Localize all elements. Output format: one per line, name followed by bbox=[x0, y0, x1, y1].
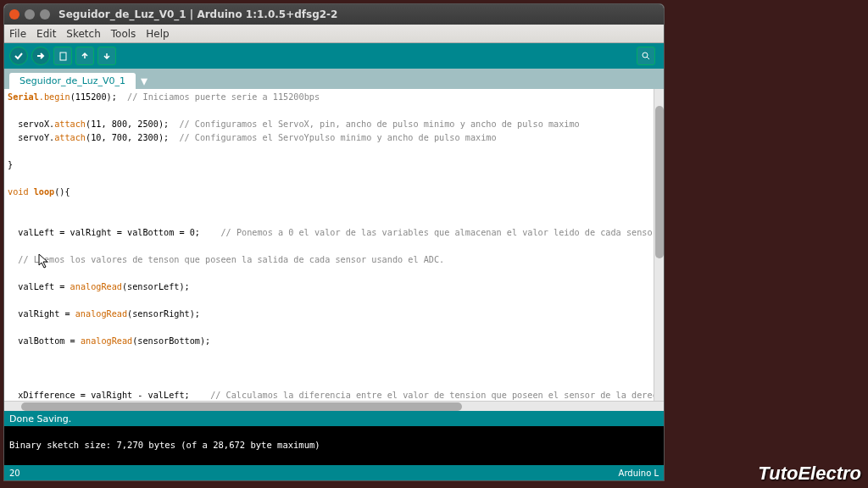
code-token bbox=[8, 255, 18, 264]
code-token: attach bbox=[54, 119, 86, 129]
minimize-icon[interactable] bbox=[25, 9, 35, 19]
code-token: attach bbox=[54, 133, 86, 142]
verify-button[interactable] bbox=[9, 47, 28, 65]
code-comment: // Calculamos la diferencia entre el val… bbox=[210, 391, 654, 400]
code-comment: // Ponemos a 0 el valor de las variables… bbox=[220, 228, 654, 237]
code-token: (sensorBottom); bbox=[132, 336, 210, 346]
line-number: 20 bbox=[9, 469, 20, 478]
code-keyword: loop bbox=[29, 187, 55, 197]
code-comment: // Configuramos el ServoYpulso minimo y … bbox=[179, 133, 496, 142]
menu-file[interactable]: File bbox=[9, 28, 26, 40]
window-controls bbox=[9, 9, 50, 19]
footer-bar: 20 Arduino L bbox=[4, 465, 664, 480]
tab-menu-icon[interactable]: ▾ bbox=[136, 73, 153, 89]
code-token: servoX. bbox=[8, 119, 54, 129]
toolbar bbox=[4, 43, 664, 69]
watermark-brand: TutoElectro bbox=[758, 463, 861, 485]
code-token: (sensorRight); bbox=[127, 309, 200, 319]
code-token: valBottom = bbox=[8, 336, 81, 346]
editor-area: Serial.begin(115200); // Iniciamos puert… bbox=[4, 89, 664, 401]
code-editor[interactable]: Serial.begin(115200); // Iniciamos puert… bbox=[4, 89, 654, 401]
window-title: Seguidor_de_Luz_V0_1 | Arduino 1:1.0.5+d… bbox=[58, 8, 337, 20]
code-token: Serial bbox=[8, 92, 39, 102]
code-comment: // Configuramos el ServoX, pin, ancho de… bbox=[179, 119, 579, 129]
open-button[interactable] bbox=[75, 47, 94, 65]
menu-help[interactable]: Help bbox=[146, 28, 169, 40]
code-token: valLeft = valRight = valBottom = 0; bbox=[8, 228, 220, 237]
menu-tools[interactable]: Tools bbox=[111, 28, 136, 40]
code-token: (){ bbox=[54, 187, 70, 197]
code-token: (10, 700, 2300); bbox=[86, 133, 179, 142]
new-button[interactable] bbox=[53, 47, 72, 65]
serial-monitor-button[interactable] bbox=[637, 47, 655, 65]
code-token: analogRead bbox=[70, 282, 122, 291]
code-token: } bbox=[8, 160, 13, 169]
code-token: analogRead bbox=[75, 309, 127, 319]
code-token: analogRead bbox=[81, 336, 132, 346]
svg-rect-0 bbox=[60, 53, 66, 60]
status-bar: Done Saving. bbox=[4, 411, 664, 426]
code-token: servoY. bbox=[8, 133, 54, 142]
upload-button[interactable] bbox=[31, 47, 50, 65]
tab-bar: Seguidor_de_Luz_V0_1 ▾ bbox=[4, 69, 664, 89]
tab-main[interactable]: Seguidor_de_Luz_V0_1 bbox=[9, 73, 136, 89]
board-name: Arduino L bbox=[619, 469, 659, 478]
close-icon[interactable] bbox=[9, 9, 19, 19]
vertical-scrollbar[interactable] bbox=[654, 89, 664, 401]
arduino-ide-window: Seguidor_de_Luz_V0_1 | Arduino 1:1.0.5+d… bbox=[3, 3, 665, 481]
code-token: .begin bbox=[39, 92, 70, 102]
code-keyword: void bbox=[8, 187, 29, 197]
scrollbar-thumb[interactable] bbox=[655, 106, 664, 258]
console-output[interactable]: Binary sketch size: 7,270 bytes (of a 28… bbox=[4, 426, 664, 465]
save-button[interactable] bbox=[97, 47, 116, 65]
code-token: (115200); bbox=[70, 92, 127, 102]
scrollbar-thumb[interactable] bbox=[21, 402, 462, 411]
menu-edit[interactable]: Edit bbox=[36, 28, 56, 40]
status-message: Done Saving. bbox=[9, 413, 71, 424]
code-token: (11, 800, 2500); bbox=[86, 119, 179, 129]
code-comment: // Leemos los valores de tenson que pose… bbox=[18, 255, 444, 264]
code-token: valRight = bbox=[8, 309, 75, 319]
code-token: (sensorLeft); bbox=[122, 282, 190, 291]
console-line: Binary sketch size: 7,270 bytes (of a 28… bbox=[9, 440, 320, 450]
window-titlebar: Seguidor_de_Luz_V0_1 | Arduino 1:1.0.5+d… bbox=[4, 4, 664, 25]
code-comment: // Iniciamos puerte serie a 115200bps bbox=[127, 92, 320, 102]
code-token: xDifference = valRight - valLeft; bbox=[8, 391, 210, 400]
menu-sketch[interactable]: Sketch bbox=[66, 28, 100, 40]
horizontal-scrollbar[interactable] bbox=[4, 401, 664, 411]
maximize-icon[interactable] bbox=[40, 9, 50, 19]
code-token: valLeft = bbox=[8, 282, 70, 291]
menubar: File Edit Sketch Tools Help bbox=[4, 25, 664, 43]
